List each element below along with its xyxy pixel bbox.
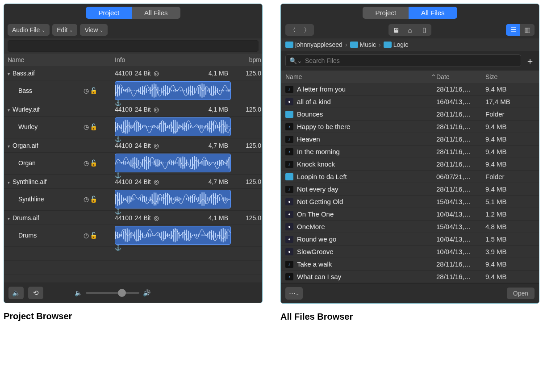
col-info[interactable]: Info (115, 56, 231, 63)
svg-rect-3 (121, 88, 122, 93)
file-row[interactable]: ●OneMore 15/04/13,… 4,8 MB (281, 221, 539, 233)
file-row[interactable]: ▾Organ.aif 4410024 Bit◎ 4,7 MB 125.0 (4, 138, 262, 153)
file-date: 28/11/16,… (436, 110, 485, 118)
file-row[interactable]: ♪Happy to be there 28/11/16,… 9,4 MB (281, 121, 539, 133)
file-row[interactable]: ▾Synthline.aif 4410024 Bit◎ 4,7 MB 125.0 (4, 175, 262, 189)
region-row[interactable]: Bass ◷🔓 ⚓ (4, 80, 262, 102)
file-name: Heaven (297, 135, 320, 143)
file-row[interactable]: ♪A letter from you 28/11/16,… 9,4 MB (281, 83, 539, 96)
file-row[interactable]: ♪Take a walk 28/11/16,… 9,4 MB (281, 258, 539, 271)
svg-rect-118 (226, 124, 227, 129)
svg-rect-64 (123, 121, 124, 132)
file-row[interactable]: ♪Heaven 28/11/16,… 9,4 MB (281, 133, 539, 146)
edit-menu[interactable]: Edit⌄ (52, 24, 77, 36)
disclosure-triangle-icon[interactable]: ▾ (8, 180, 10, 185)
breadcrumb-item[interactable]: johnnyappleseed (285, 41, 343, 48)
svg-rect-293 (217, 235, 218, 236)
file-row[interactable]: ●all of a kind 16/04/13,… 17,4 MB (281, 96, 539, 108)
svg-rect-7 (129, 89, 129, 92)
svg-rect-167 (205, 160, 206, 166)
disclosure-triangle-icon[interactable]: ▾ (8, 216, 10, 221)
action-menu-button[interactable]: ⋯⌄ (285, 287, 303, 300)
disclosure-triangle-icon[interactable]: ▾ (8, 108, 10, 113)
svg-rect-266 (165, 231, 166, 239)
col-date[interactable]: Date (436, 73, 485, 80)
search-field[interactable]: 🔍⌄ Search Files (285, 54, 521, 67)
svg-rect-111 (213, 122, 214, 131)
file-row[interactable]: ♪Not every day 28/11/16,… 9,4 MB (281, 183, 539, 196)
tab-allfiles[interactable]: All Files (409, 7, 457, 19)
preview-speaker-button[interactable]: 🔈 (8, 287, 24, 299)
home-button[interactable]: ⌂ (403, 24, 417, 36)
svg-rect-163 (198, 159, 199, 167)
add-button[interactable]: ＋ (526, 55, 535, 67)
file-row[interactable]: ●SlowGroove 10/04/13,… 3,9 MB (281, 246, 539, 258)
svg-rect-116 (223, 120, 224, 133)
file-size: 5,1 MB (485, 198, 535, 205)
svg-rect-200 (154, 192, 155, 205)
file-row[interactable]: ▾Bass.aif 4410024 Bit◎ 4,1 MB 125.0 (4, 66, 262, 80)
file-date: 10/04/13,… (436, 248, 485, 255)
region-row[interactable]: Organ ◷🔓 ⚓ (4, 153, 262, 175)
file-row[interactable]: ▾Wurley.aif 4410024 Bit◎ 4,1 MB 125.0 (4, 102, 262, 117)
waveform[interactable] (115, 226, 231, 245)
svg-rect-16 (146, 88, 147, 93)
tab-project[interactable]: Project (363, 7, 409, 19)
region-row[interactable]: Drums ◷🔓 ⚓ (4, 225, 262, 247)
col-name[interactable]: Name⌃ (285, 73, 436, 80)
view-menu[interactable]: View⌄ (80, 24, 108, 36)
region-name: Synthline (8, 196, 84, 203)
list-view-button[interactable]: ☰ (506, 24, 520, 36)
waveform[interactable] (115, 190, 231, 209)
tab-project[interactable]: Project (86, 7, 132, 19)
file-row[interactable]: ●On The One 10/04/13,… 1,2 MB (281, 208, 539, 221)
open-button[interactable]: Open (507, 288, 535, 299)
disclosure-triangle-icon[interactable]: ▾ (8, 71, 10, 76)
svg-rect-213 (179, 197, 180, 201)
svg-rect-289 (209, 231, 210, 239)
svg-rect-235 (221, 199, 221, 199)
disclosure-triangle-icon[interactable]: ▾ (8, 144, 10, 149)
col-bpm[interactable]: bpm (231, 56, 263, 63)
project-folder-button[interactable]: ▯ (417, 24, 431, 36)
file-size: 9,4 MB (485, 148, 535, 155)
file-icon: ● (285, 198, 293, 205)
forward-button[interactable]: 〉 (300, 24, 314, 36)
svg-rect-296 (223, 228, 224, 242)
breadcrumb-item[interactable]: Music (350, 41, 376, 48)
svg-rect-162 (196, 157, 197, 169)
file-row[interactable]: Bounces 28/11/16,… Folder (281, 108, 539, 121)
region-row[interactable]: Wurley ◷🔓 ⚓ (4, 117, 262, 138)
computer-button[interactable]: 🖥 (388, 24, 403, 36)
svg-rect-277 (186, 229, 187, 241)
lock-icon: 🔓 (90, 196, 97, 203)
volume-control: 🔈 🔊 (75, 289, 150, 296)
svg-rect-203 (159, 198, 160, 201)
waveform[interactable] (115, 81, 231, 100)
file-row[interactable]: ●Not Getting Old 15/04/13,… 5,1 MB (281, 196, 539, 208)
breadcrumb: johnnyappleseed › Music › Logic (281, 38, 539, 51)
file-row[interactable]: ▾Drums.aif 4410024 Bit◎ 4,1 MB 125.0 (4, 211, 262, 225)
file-row[interactable]: ●Round we go 10/04/13,… 1,5 MB (281, 233, 539, 246)
file-icon: ♪ (285, 148, 293, 155)
volume-slider[interactable] (86, 292, 139, 294)
file-row[interactable]: ♪In the morning 28/11/16,… 9,4 MB (281, 146, 539, 158)
empty-rows (4, 247, 262, 283)
column-view-button[interactable]: ▥ (520, 24, 535, 36)
file-row[interactable]: ♪What can I say 28/11/16,… 9,4 MB (281, 271, 539, 283)
tab-allfiles[interactable]: All Files (132, 7, 180, 19)
waveform[interactable] (115, 117, 231, 136)
col-size[interactable]: Size (485, 73, 535, 80)
waveform[interactable] (115, 154, 231, 172)
region-row[interactable]: Synthline ◷🔓 ⚓ (4, 189, 262, 211)
svg-rect-67 (129, 122, 129, 132)
col-name[interactable]: Name (8, 56, 84, 63)
file-row[interactable]: ♪Knock knock 28/11/16,… 9,4 MB (281, 158, 539, 171)
file-bpm: 125.0 (231, 142, 263, 149)
back-button[interactable]: 〈 (285, 24, 300, 36)
audio-file-menu[interactable]: Audio File⌄ (8, 24, 50, 36)
file-row[interactable]: Loopin to da Left 06/07/21,… Folder (281, 171, 539, 183)
loop-button[interactable]: ⟲ (28, 287, 43, 299)
svg-rect-196 (146, 197, 147, 201)
breadcrumb-item[interactable]: Logic (384, 41, 408, 48)
